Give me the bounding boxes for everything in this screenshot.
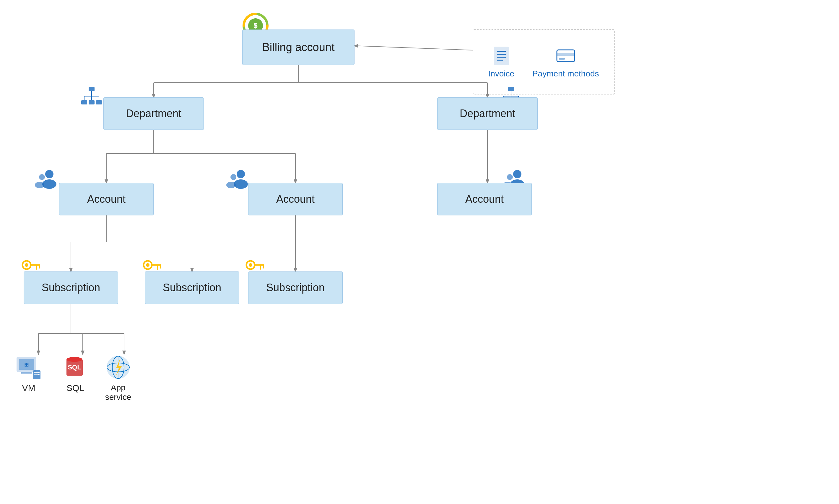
svg-rect-35 bbox=[559, 58, 565, 60]
connector-lines bbox=[0, 0, 839, 504]
appservice-leaf: Appservice bbox=[105, 354, 132, 402]
svg-point-89 bbox=[38, 374, 39, 375]
vm-label: VM bbox=[22, 383, 35, 393]
department1-icon bbox=[80, 86, 103, 110]
account3-box: Account bbox=[437, 183, 532, 215]
vm-icon: ⊞ bbox=[15, 354, 42, 381]
svg-point-72 bbox=[146, 263, 150, 267]
appservice-label: Appservice bbox=[105, 383, 132, 402]
department1-box: Department bbox=[103, 97, 204, 130]
svg-point-58 bbox=[237, 170, 245, 178]
svg-point-77 bbox=[249, 263, 252, 267]
svg-rect-38 bbox=[89, 100, 95, 105]
svg-rect-34 bbox=[557, 53, 575, 56]
appservice-icon bbox=[105, 354, 132, 381]
svg-rect-28 bbox=[494, 47, 509, 65]
svg-point-55 bbox=[42, 179, 56, 189]
billing-account-box: Billing account bbox=[242, 30, 355, 65]
subscription2-box: Subscription bbox=[145, 271, 239, 304]
svg-text:SQL: SQL bbox=[68, 363, 81, 371]
svg-line-24 bbox=[355, 46, 473, 50]
account3-label: Account bbox=[465, 193, 504, 205]
payment-icon bbox=[555, 46, 576, 66]
svg-point-67 bbox=[25, 263, 28, 267]
svg-text:$: $ bbox=[254, 21, 258, 30]
account2-box: Account bbox=[248, 183, 343, 215]
account1-icon bbox=[33, 169, 60, 197]
sql-label: SQL bbox=[67, 383, 84, 393]
invoice-label: Invoice bbox=[488, 69, 514, 78]
billing-account-label: Billing account bbox=[262, 41, 335, 54]
svg-rect-45 bbox=[508, 87, 514, 91]
svg-point-54 bbox=[45, 170, 53, 178]
invoice-payment-box: Invoice Payment methods bbox=[473, 30, 615, 94]
account2-icon bbox=[224, 169, 251, 197]
department2-label: Department bbox=[460, 107, 515, 120]
svg-point-91 bbox=[67, 357, 82, 362]
svg-point-88 bbox=[38, 372, 39, 373]
svg-rect-83 bbox=[21, 372, 32, 374]
account1-label: Account bbox=[87, 193, 125, 205]
svg-rect-39 bbox=[96, 100, 102, 105]
payment-label: Payment methods bbox=[532, 69, 599, 78]
svg-text:⊞: ⊞ bbox=[24, 362, 29, 368]
svg-point-56 bbox=[39, 174, 45, 180]
svg-point-64 bbox=[507, 174, 513, 180]
svg-rect-36 bbox=[89, 87, 95, 91]
svg-point-61 bbox=[226, 182, 236, 188]
invoice-icon bbox=[491, 46, 512, 66]
invoice-item: Invoice bbox=[488, 46, 514, 78]
payment-item: Payment methods bbox=[532, 46, 599, 78]
svg-point-57 bbox=[35, 182, 44, 188]
subscription1-box: Subscription bbox=[24, 271, 118, 304]
subscription1-label: Subscription bbox=[42, 282, 100, 294]
svg-point-62 bbox=[513, 170, 521, 178]
svg-point-59 bbox=[234, 179, 248, 189]
subscription3-box: Subscription bbox=[248, 271, 343, 304]
sql-icon: SQL bbox=[62, 354, 89, 381]
sql-leaf: SQL SQL bbox=[62, 354, 89, 393]
diagram-container: $ Billing account Invoice Paym bbox=[0, 0, 839, 504]
department2-box: Department bbox=[437, 97, 538, 130]
department1-label: Department bbox=[126, 107, 182, 120]
account1-box: Account bbox=[59, 183, 154, 215]
subscription3-label: Subscription bbox=[266, 282, 325, 294]
svg-rect-37 bbox=[81, 100, 87, 105]
subscription2-label: Subscription bbox=[163, 282, 221, 294]
account2-label: Account bbox=[276, 193, 315, 205]
svg-point-60 bbox=[230, 174, 236, 180]
vm-leaf: ⊞ VM bbox=[15, 354, 42, 393]
